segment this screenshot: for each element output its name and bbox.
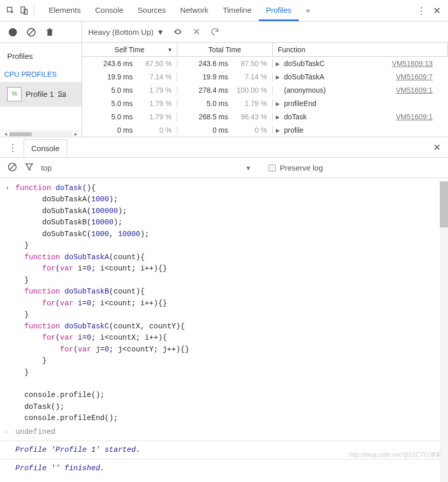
- sidebar-body: Profiles CPU PROFILES % Profile 1Sa: [0, 43, 82, 131]
- cell-total-time: 19.9 ms7.14 %: [177, 73, 273, 81]
- device-toolbar-icon[interactable]: [17, 4, 31, 17]
- cell-self-time: 5.0 ms1.79 %: [82, 113, 177, 121]
- console-input-line: function doTask(){ doSubTaskA(1000); doS…: [0, 181, 448, 425]
- cell-self-time: 5.0 ms1.79 %: [82, 86, 177, 94]
- divider: [0, 441, 448, 441]
- profile-icon: %: [7, 87, 22, 101]
- console-toolbar: top ▼ Preserve log: [0, 158, 448, 178]
- context-chevron-icon[interactable]: ▼: [246, 165, 251, 171]
- view-mode-label: Heavy (Bottom Up): [88, 28, 154, 36]
- cell-function: ▶profile: [273, 126, 448, 134]
- scroll-right-icon[interactable]: ►: [72, 132, 79, 137]
- source-link[interactable]: VM51609:7: [396, 73, 448, 81]
- table-row[interactable]: 5.0 ms1.79 %5.0 ms1.79 %▶profileEnd: [82, 97, 448, 110]
- console-body[interactable]: function doTask(){ doSubTaskA(1000); doS…: [0, 178, 448, 475]
- cell-self-time: 5.0 ms1.79 %: [82, 99, 177, 108]
- tab-more[interactable]: »: [299, 1, 317, 21]
- sidebar-section[interactable]: CPU PROFILES: [0, 67, 82, 82]
- refresh-icon[interactable]: [210, 27, 219, 36]
- scroll-left-icon[interactable]: ◄: [2, 132, 9, 137]
- expand-icon[interactable]: ▶: [276, 114, 282, 120]
- profile-item[interactable]: % Profile 1Sa: [0, 82, 82, 107]
- tab-timeline[interactable]: Timeline: [216, 1, 259, 21]
- expand-icon[interactable]: ▶: [276, 128, 282, 133]
- close-chart-icon[interactable]: ✕: [192, 27, 201, 36]
- sort-desc-icon: ▼: [167, 47, 173, 53]
- cell-self-time: 0 ms0 %: [82, 126, 177, 134]
- divider: [34, 5, 34, 16]
- table-row[interactable]: 5.0 ms1.79 %278.4 ms100.00 %(anonymous)V…: [82, 83, 448, 97]
- cell-function: ▶doSubTaskCVM51609:13: [273, 59, 448, 68]
- cell-self-time: 243.6 ms87.50 %: [82, 59, 177, 68]
- table-row[interactable]: 5.0 ms1.79 %268.5 ms96.43 %▶doTaskVM5160…: [82, 110, 448, 123]
- drawer-tab-console[interactable]: Console: [24, 139, 67, 157]
- console-message-line: Profile '' finished.: [0, 462, 448, 475]
- context-select[interactable]: top: [41, 163, 52, 172]
- cell-self-time: 19.9 ms7.14 %: [82, 73, 177, 81]
- vertical-scrollbar[interactable]: [440, 181, 448, 482]
- source-link[interactable]: VM51609:1: [396, 86, 448, 94]
- sidebar-toolbar: [0, 22, 82, 43]
- svg-line-4: [28, 29, 34, 35]
- source-link[interactable]: VM51609:13: [392, 59, 448, 68]
- tab-elements[interactable]: Elements: [42, 1, 88, 21]
- sidebar-hscroll[interactable]: ◄ ►: [0, 131, 82, 137]
- top-right-icons: ⋮ ✕: [417, 5, 444, 16]
- eye-icon[interactable]: [173, 27, 182, 36]
- tabs-row: Elements Console Sources Network Timelin…: [37, 1, 417, 21]
- profiles-panel: Profiles CPU PROFILES % Profile 1Sa ◄ ► …: [0, 22, 448, 137]
- record-button[interactable]: [7, 27, 18, 38]
- col-function[interactable]: Function: [273, 43, 448, 56]
- source-link[interactable]: VM51609:1: [396, 113, 448, 121]
- profile-suffix: Sa: [58, 90, 66, 98]
- cell-total-time: 5.0 ms1.79 %: [177, 99, 273, 108]
- preserve-log-checkbox[interactable]: [269, 164, 276, 172]
- profiles-sidebar: Profiles CPU PROFILES % Profile 1Sa ◄ ►: [0, 22, 82, 137]
- console-return-line: undefined: [0, 425, 448, 438]
- table-row[interactable]: 19.9 ms7.14 %19.9 ms7.14 %▶doSubTaskAVM5…: [82, 70, 448, 83]
- tab-sources[interactable]: Sources: [131, 1, 173, 21]
- clear-console-icon[interactable]: [7, 162, 17, 174]
- cell-total-time: 0 ms0 %: [177, 126, 273, 134]
- drawer-close-icon[interactable]: ✕: [433, 142, 444, 153]
- table-header: Self Time▼ Total Time Function: [82, 43, 448, 57]
- cell-total-time: 278.4 ms100.00 %: [177, 86, 273, 94]
- filter-icon[interactable]: [25, 162, 34, 173]
- sidebar-title: Profiles: [0, 43, 82, 67]
- cell-function: ▶profileEnd: [273, 99, 448, 108]
- expand-icon[interactable]: ▶: [276, 101, 282, 107]
- svg-line-6: [9, 164, 15, 170]
- tab-profiles[interactable]: Profiles: [259, 1, 299, 21]
- col-self-time[interactable]: Self Time▼: [82, 43, 177, 56]
- inspect-element-icon[interactable]: [4, 4, 17, 17]
- watermark: http://blog.csdn.net/@51CTO博客: [349, 451, 441, 459]
- table-body: 243.6 ms87.50 %243.6 ms87.50 %▶doSubTask…: [82, 57, 448, 137]
- profile-toolbar: Heavy (Bottom Up) ▼ ✕: [82, 22, 448, 43]
- tab-network[interactable]: Network: [173, 1, 216, 21]
- chevron-down-icon: ▼: [157, 28, 165, 36]
- drawer-header: ⋮ Console ✕: [0, 137, 448, 158]
- kebab-menu-icon[interactable]: ⋮: [417, 5, 426, 16]
- cell-function: (anonymous)VM51609:1: [273, 86, 448, 94]
- expand-icon[interactable]: ▶: [276, 74, 282, 80]
- profile-content: Heavy (Bottom Up) ▼ ✕ Self Time▼ Total T…: [82, 22, 448, 137]
- devtools-top-bar: Elements Console Sources Network Timelin…: [0, 0, 448, 22]
- table-row[interactable]: 243.6 ms87.50 %243.6 ms87.50 %▶doSubTask…: [82, 57, 448, 70]
- profile-label: Profile 1: [26, 89, 54, 99]
- expand-icon[interactable]: ▶: [276, 61, 282, 67]
- table-row[interactable]: 0 ms0 %0 ms0 %▶profile: [82, 123, 448, 137]
- cell-total-time: 243.6 ms87.50 %: [177, 59, 273, 68]
- view-mode-select[interactable]: Heavy (Bottom Up) ▼: [88, 28, 164, 36]
- tab-console[interactable]: Console: [88, 1, 131, 21]
- close-icon[interactable]: ✕: [433, 5, 441, 16]
- clear-button[interactable]: [26, 27, 37, 38]
- drawer-menu-icon[interactable]: ⋮: [4, 142, 22, 153]
- delete-button[interactable]: [44, 27, 55, 38]
- cell-total-time: 268.5 ms96.43 %: [177, 113, 273, 121]
- col-total-time[interactable]: Total Time: [177, 43, 273, 56]
- cell-function: ▶doSubTaskAVM51609:7: [273, 73, 448, 81]
- cell-function: ▶doTaskVM51609:1: [273, 113, 448, 121]
- preserve-log-label: Preserve log: [280, 163, 323, 172]
